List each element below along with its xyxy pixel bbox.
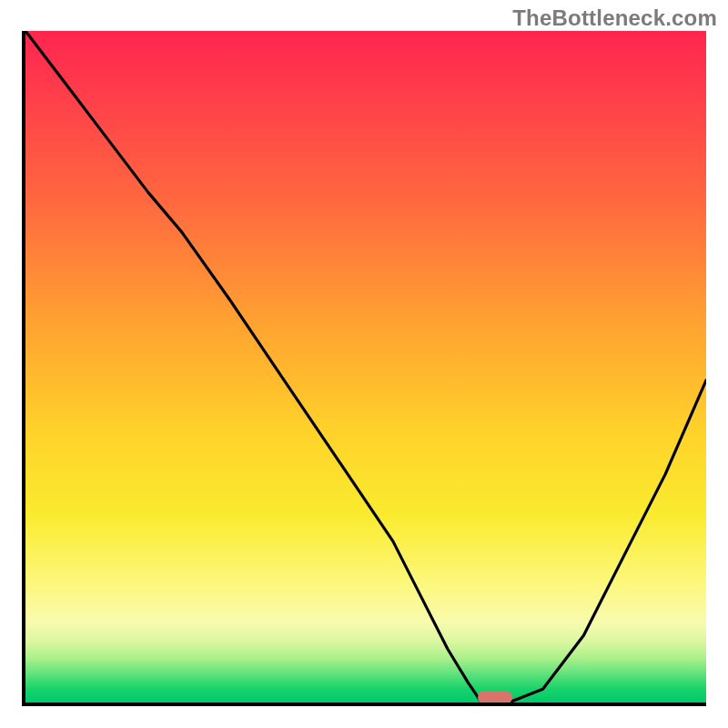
- bottleneck-curve: [25, 31, 706, 703]
- watermark-text: TheBottleneck.com: [512, 5, 717, 31]
- chart-container: TheBottleneck.com: [0, 0, 728, 728]
- optimal-marker: [478, 691, 511, 704]
- plot-area: [22, 31, 706, 706]
